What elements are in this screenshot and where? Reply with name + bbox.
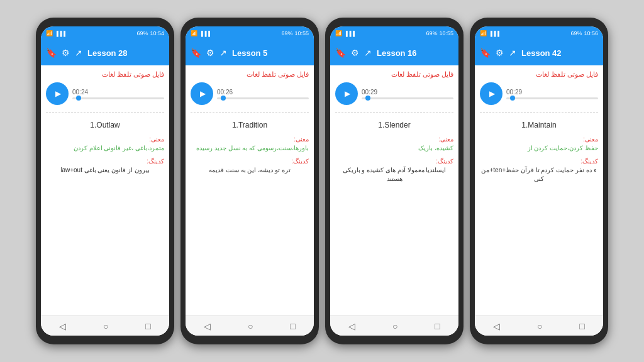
nav-recent-3[interactable]: □: [435, 321, 440, 331]
phone-notch-bottom: [330, 336, 458, 339]
file-label-1: فایل صوتی تلفظ لغات: [46, 70, 164, 79]
meaning-text-2: باورها،سنت،رسومی که به نسل جدید رسیده: [191, 144, 309, 153]
settings-icon[interactable]: ⚙: [351, 48, 359, 58]
divider-3: [335, 112, 453, 113]
nav-back-4[interactable]: ◁: [493, 321, 500, 331]
status-time: 10:55: [294, 30, 309, 36]
coding-text-3: ایسلندیا معمولا آدم های کشیده و باریکی ه…: [335, 166, 453, 184]
share-icon[interactable]: ↗: [509, 48, 516, 58]
phone-inner-2: 📶 ▐▐▐ 69% 10:55 🔖 ⚙ ↗ Lesson 5 فایل صوتی…: [186, 26, 314, 336]
play-button-4[interactable]: [480, 82, 502, 105]
status-icon-signal: ▐▐▐: [199, 31, 210, 36]
nav-bar-2: ◁ ○ □: [186, 315, 314, 336]
time-label-2: 00:26: [217, 89, 309, 96]
bookmark-icon[interactable]: 🔖: [480, 48, 491, 58]
status-bar-2: 📶 ▐▐▐ 69% 10:55: [186, 26, 314, 40]
status-time: 10:54: [150, 30, 164, 36]
app-bar-3: 🔖 ⚙ ↗ Lesson 16: [330, 40, 458, 65]
status-bar-left: 📶 ▐▐▐: [480, 30, 499, 36]
divider-2: [191, 112, 309, 113]
status-bar-left: 📶 ▐▐▐: [335, 30, 355, 36]
coding-label-1: کدینگ:: [46, 158, 164, 165]
progress-area-1: 00:24: [72, 89, 164, 99]
lesson-title-3: Lesson 16: [377, 48, 453, 58]
file-label-2: فایل صوتی تلفظ لغات: [191, 70, 309, 79]
settings-icon[interactable]: ⚙: [62, 48, 70, 58]
phone-4: 📶 ▐▐▐ 69% 10:56 🔖 ⚙ ↗ Lesson 42 فایل صوت…: [470, 18, 608, 344]
play-button-1[interactable]: [46, 82, 69, 105]
nav-back-1[interactable]: ◁: [59, 321, 66, 331]
share-icon[interactable]: ↗: [364, 48, 372, 58]
progress-bar-2[interactable]: [217, 97, 309, 99]
phone-notch-bottom: [475, 336, 603, 339]
player-row-3: 00:29: [335, 82, 453, 105]
meaning-text-3: کشیده، باریک: [335, 144, 453, 153]
divider-1: [46, 112, 164, 113]
progress-bar-1[interactable]: [72, 97, 164, 99]
status-bar-4: 📶 ▐▐▐ 69% 10:56: [475, 26, 603, 40]
phones-container: 📶 ▐▐▐ 69% 10:54 🔖 ⚙ ↗ Lesson 28 فایل صوت…: [30, 11, 614, 351]
meaning-text-4: حفظ کردن،حمایت کردن از: [480, 144, 598, 153]
status-bar-3: 📶 ▐▐▐ 69% 10:55: [330, 26, 458, 40]
status-icon-wifi: 📶: [335, 30, 342, 36]
progress-bar-3[interactable]: [362, 97, 453, 99]
nav-back-2[interactable]: ◁: [204, 321, 211, 331]
nav-home-1[interactable]: ○: [103, 321, 108, 331]
bookmark-icon[interactable]: 🔖: [191, 48, 201, 58]
play-button-3[interactable]: [335, 82, 358, 105]
phone-inner-1: 📶 ▐▐▐ 69% 10:54 🔖 ⚙ ↗ Lesson 28 فایل صوت…: [41, 26, 169, 336]
settings-icon[interactable]: ⚙: [206, 48, 214, 58]
status-icon-wifi: 📶: [191, 30, 197, 36]
phone-1: 📶 ▐▐▐ 69% 10:54 🔖 ⚙ ↗ Lesson 28 فایل صوت…: [36, 18, 174, 344]
coding-label-3: کدینگ:: [335, 158, 453, 165]
progress-area-3: 00:29: [362, 89, 453, 99]
progress-area-2: 00:26: [217, 89, 309, 99]
file-label-3: فایل صوتی تلفظ لغات: [335, 70, 453, 79]
phone-notch-bottom: [186, 336, 314, 339]
word-number-1: 1.Outlaw: [46, 121, 164, 129]
progress-bar-4[interactable]: [506, 97, 598, 99]
phone-notch-bottom: [41, 336, 169, 339]
share-icon[interactable]: ↗: [219, 48, 227, 58]
status-time: 10:56: [584, 30, 598, 36]
progress-dot-1: [76, 96, 81, 101]
nav-home-4[interactable]: ○: [537, 321, 542, 331]
nav-recent-1[interactable]: □: [145, 321, 150, 331]
word-number-4: 1.Maintain: [480, 121, 598, 129]
status-battery: 69%: [570, 30, 582, 36]
bookmark-icon[interactable]: 🔖: [335, 48, 346, 58]
status-icon-signal: ▐▐▐: [344, 31, 355, 36]
coding-label-2: کدینگ:: [191, 158, 309, 165]
nav-home-2[interactable]: ○: [248, 321, 253, 331]
status-bar-right: 69% 10:56: [570, 30, 598, 36]
status-icon-wifi: 📶: [46, 30, 53, 36]
player-row-2: 00:26: [191, 82, 309, 105]
content-1: فایل صوتی تلفظ لغات 00:24 1.Outlaw معنی:…: [41, 65, 169, 315]
share-icon[interactable]: ↗: [75, 48, 82, 58]
status-battery: 69%: [281, 30, 292, 36]
nav-recent-2[interactable]: □: [290, 321, 295, 331]
nav-bar-3: ◁ ○ □: [330, 315, 458, 336]
meaning-text-1: متمرد،باغی ،غیر قانونی اعلام کردن: [46, 144, 164, 153]
nav-back-3[interactable]: ◁: [348, 321, 355, 331]
bookmark-icon[interactable]: 🔖: [46, 48, 57, 58]
time-label-4: 00:29: [506, 89, 598, 96]
coding-text-4: من+ten+ء ده نفر حمایت کردم تا قرآن حفظ ک…: [480, 166, 598, 184]
settings-icon[interactable]: ⚙: [496, 48, 504, 58]
content-4: فایل صوتی تلفظ لغات 00:29 1.Maintain معن…: [475, 65, 603, 315]
word-number-3: 1.Slender: [335, 121, 453, 129]
lesson-title-1: Lesson 28: [87, 48, 164, 58]
player-row-4: 00:29: [480, 82, 598, 105]
nav-recent-4[interactable]: □: [579, 321, 584, 331]
play-button-2[interactable]: [191, 82, 213, 105]
file-label-4: فایل صوتی تلفظ لغات: [480, 70, 598, 79]
status-icon-signal: ▐▐▐: [55, 31, 65, 36]
coding-label-4: کدینگ:: [480, 158, 598, 165]
time-label-3: 00:29: [362, 89, 453, 96]
status-battery: 69%: [136, 30, 148, 36]
phone-inner-4: 📶 ▐▐▐ 69% 10:56 🔖 ⚙ ↗ Lesson 42 فایل صوت…: [475, 26, 603, 336]
time-label-1: 00:24: [72, 89, 164, 96]
content-2: فایل صوتی تلفظ لغات 00:26 1.Tradition مع…: [186, 65, 314, 315]
nav-home-3[interactable]: ○: [392, 321, 397, 331]
app-bar-4: 🔖 ⚙ ↗ Lesson 42: [475, 40, 603, 65]
